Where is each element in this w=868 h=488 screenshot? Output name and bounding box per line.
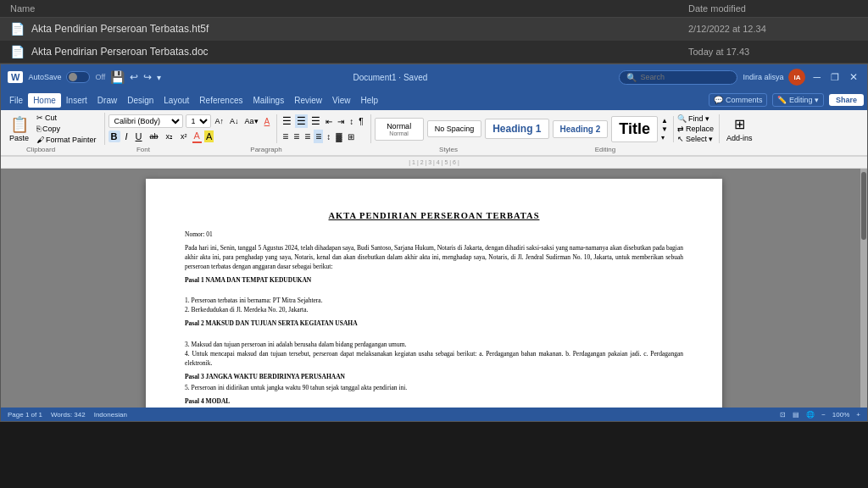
numbering-button[interactable]: ☰ bbox=[295, 114, 308, 128]
file-row-2[interactable]: 📄 Akta Pendirian Perseroan Terbatas.doc … bbox=[0, 41, 868, 64]
toolbar-icon-redo[interactable]: ↪ bbox=[143, 71, 152, 83]
file-icon-2: 📄 bbox=[10, 45, 25, 58]
grow-font-button[interactable]: A↑ bbox=[214, 116, 226, 126]
menu-item-insert[interactable]: Insert bbox=[61, 93, 92, 108]
paste-button[interactable]: 📋 Paste bbox=[6, 114, 32, 144]
menu-item-design[interactable]: Design bbox=[122, 93, 159, 108]
file-row-1[interactable]: 📄 Akta Pendirian Perseroan Terbatas.ht5f… bbox=[0, 18, 868, 41]
copy-button[interactable]: ⎘ Copy bbox=[34, 124, 99, 134]
doc-pasal1-heading: Pasal 1 NAMA DAN TEMPAT KEDUDUKAN bbox=[185, 276, 683, 286]
find-button[interactable]: 🔍 Find ▾ bbox=[677, 114, 714, 123]
sort-button[interactable]: ↕ bbox=[348, 116, 355, 127]
menu-item-layout[interactable]: Layout bbox=[159, 93, 194, 108]
line-spacing-button[interactable]: ↕ bbox=[325, 131, 332, 142]
comments-button[interactable]: 💬 Comments bbox=[709, 93, 767, 107]
style-no-spacing[interactable]: No Spacing bbox=[427, 120, 482, 137]
change-case-button[interactable]: Aa▾ bbox=[243, 116, 260, 126]
focus-mode-button[interactable]: ⊡ bbox=[780, 411, 786, 419]
format-painter-button[interactable]: 🖌 Format Painter bbox=[34, 135, 99, 145]
menu-item-mailings[interactable]: Mailings bbox=[248, 93, 289, 108]
minimize-button[interactable]: ─ bbox=[810, 71, 823, 83]
document-page: AKTA PENDIRIAN PERSEROAN TERBATAS Nomor:… bbox=[146, 179, 722, 408]
styles-group: Normal Normal No Spacing Heading 1 Headi… bbox=[375, 116, 674, 142]
justify-button[interactable]: ≡ bbox=[314, 130, 323, 143]
strikethrough-button[interactable]: ab bbox=[147, 131, 161, 141]
autosave-label: AutoSave bbox=[28, 73, 61, 81]
style-normal[interactable]: Normal Normal bbox=[375, 118, 424, 141]
file-date-1: 2/12/2022 at 12.34 bbox=[688, 24, 858, 34]
document-area[interactable]: AKTA PENDIRIAN PERSEROAN TERBATAS Nomor:… bbox=[1, 169, 867, 408]
file-bar-header: Name Date modified bbox=[0, 0, 868, 18]
zoom-in-button[interactable]: + bbox=[856, 411, 860, 419]
shrink-font-button[interactable]: A↓ bbox=[228, 116, 241, 126]
zoom-out-button[interactable]: − bbox=[821, 411, 826, 419]
style-heading1[interactable]: Heading 1 bbox=[485, 119, 548, 139]
doc-pasal2-heading: Pasal 2 MAKSUD DAN TUJUAN SERTA KEGIATAN… bbox=[185, 319, 683, 329]
doc-pasal2-body: 3. Maksud dan tujuan perseroan ini adala… bbox=[185, 331, 683, 369]
center-button[interactable]: ≡ bbox=[292, 130, 301, 143]
clipboard-label: Clipboard bbox=[6, 146, 75, 153]
close-button[interactable]: ✕ bbox=[847, 71, 860, 83]
search-input[interactable] bbox=[640, 73, 725, 81]
align-right-button[interactable]: ≡ bbox=[303, 130, 312, 143]
font-size-select[interactable]: 11 bbox=[186, 114, 211, 128]
italic-button[interactable]: I bbox=[123, 130, 131, 142]
addins-label: Add-ins bbox=[726, 134, 753, 142]
word-logo: W bbox=[8, 71, 23, 83]
select-button[interactable]: ↖ Select ▾ bbox=[677, 135, 714, 143]
print-layout-button[interactable]: ▤ bbox=[793, 411, 799, 419]
menu-items: File Home Insert Draw Design Layout Refe… bbox=[4, 93, 383, 108]
clear-formatting-button[interactable]: A bbox=[263, 116, 272, 127]
search-box-container[interactable]: 🔍 bbox=[619, 70, 737, 85]
bold-button[interactable]: B bbox=[108, 130, 120, 142]
doc-title: AKTA PENDIRIAN PERSEROAN TERBATAS bbox=[185, 209, 683, 222]
vertical-scrollbar[interactable] bbox=[860, 169, 867, 408]
menu-item-view[interactable]: View bbox=[327, 93, 356, 108]
decrease-indent-button[interactable]: ⇤ bbox=[324, 116, 334, 127]
word-app: W AutoSave Off 💾 ↩ ↪ ▾ Document1 · Saved… bbox=[0, 64, 868, 422]
align-left-button[interactable]: ≡ bbox=[281, 130, 290, 143]
increase-indent-button[interactable]: ⇥ bbox=[336, 116, 346, 127]
col-date-header: Date modified bbox=[688, 3, 858, 14]
styles-scroll-up[interactable]: ▲ ▼ ▾ bbox=[661, 117, 668, 141]
show-hide-button[interactable]: ¶ bbox=[357, 116, 364, 127]
doc-pasal3-heading: Pasal 3 JANGKA WAKTU BERDIRINYA PERUSAHA… bbox=[185, 373, 683, 382]
borders-button[interactable]: ⊞ bbox=[346, 131, 356, 142]
menu-bar: File Home Insert Draw Design Layout Refe… bbox=[1, 90, 867, 110]
style-title[interactable]: Title bbox=[611, 116, 658, 142]
font-color-button[interactable]: A bbox=[192, 130, 202, 143]
highlight-button[interactable]: A bbox=[204, 130, 214, 142]
bullets-button[interactable]: ☰ bbox=[281, 114, 293, 128]
shading-button[interactable]: ▓ bbox=[334, 131, 343, 142]
editing-button[interactable]: ✏️ Editing ▾ bbox=[772, 93, 824, 107]
underline-button[interactable]: U bbox=[133, 130, 145, 142]
restore-button[interactable]: ❐ bbox=[828, 72, 842, 83]
toolbar-icon-save[interactable]: 💾 bbox=[110, 70, 125, 84]
replace-button[interactable]: ⇄ Replace bbox=[677, 125, 714, 133]
cut-button[interactable]: ✂ Cut bbox=[34, 113, 99, 123]
menu-item-file[interactable]: File bbox=[4, 93, 28, 108]
multilevel-button[interactable]: ☰ bbox=[309, 114, 322, 128]
menu-item-draw[interactable]: Draw bbox=[92, 93, 122, 108]
toolbar-icon-undo[interactable]: ↩ bbox=[130, 71, 138, 83]
status-bar-right: ⊡ ▤ 🌐 − 100% + bbox=[780, 411, 860, 419]
style-heading2[interactable]: Heading 2 bbox=[553, 120, 609, 138]
share-button[interactable]: Share bbox=[829, 94, 864, 106]
web-layout-button[interactable]: 🌐 bbox=[806, 411, 815, 419]
user-avatar[interactable]: IA bbox=[788, 69, 805, 86]
doc-intro: Pada hari ini, Senin, tanggal 5 Agustus … bbox=[185, 244, 683, 272]
editing-group: 🔍 Find ▾ ⇄ Replace ↖ Select ▾ bbox=[677, 114, 720, 143]
subscript-button[interactable]: x₂ bbox=[164, 131, 176, 141]
col-name-header: Name bbox=[10, 3, 688, 14]
font-label: Font bbox=[75, 146, 211, 153]
paragraph-group: ☰ ☰ ☰ ⇤ ⇥ ↕ ¶ ≡ ≡ ≡ ≡ ↕ ▓ ⊞ bbox=[281, 114, 370, 143]
toolbar-icon-customise[interactable]: ▾ bbox=[157, 73, 161, 82]
menu-item-review[interactable]: Review bbox=[289, 93, 327, 108]
menu-item-help[interactable]: Help bbox=[355, 93, 383, 108]
menu-item-home[interactable]: Home bbox=[28, 93, 61, 108]
menu-item-references[interactable]: References bbox=[194, 93, 248, 108]
font-family-select[interactable]: Calibri (Body) bbox=[108, 114, 183, 128]
autosave-state: Off bbox=[95, 73, 105, 81]
autosave-toggle[interactable] bbox=[66, 71, 90, 83]
superscript-button[interactable]: x² bbox=[178, 131, 190, 141]
